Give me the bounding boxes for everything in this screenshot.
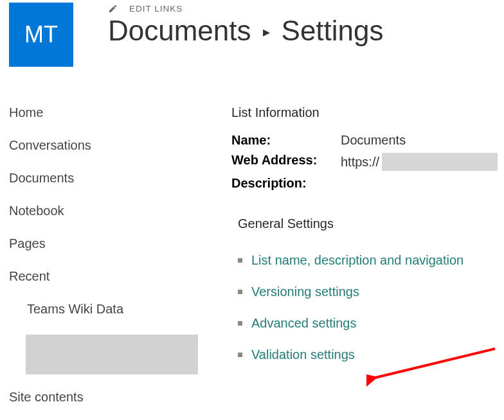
- name-label: Name:: [231, 133, 341, 148]
- pencil-icon: [108, 4, 118, 13]
- setting-list-name: List name, description and navigation: [231, 253, 504, 268]
- nav-recent[interactable]: Recent: [9, 269, 231, 284]
- info-row-web-address: Web Address: https://: [231, 153, 504, 171]
- bullet-icon: [238, 353, 242, 357]
- breadcrumb: Documents ▸ Settings: [108, 15, 504, 47]
- web-address-redacted: [382, 153, 498, 171]
- main-content: List Information Name: Documents Web Add…: [231, 105, 504, 420]
- nav-pages[interactable]: Pages: [9, 236, 231, 251]
- nav-redacted-item: [26, 335, 198, 374]
- name-value: Documents: [341, 133, 406, 148]
- link-list-name[interactable]: List name, description and navigation: [251, 253, 464, 268]
- link-advanced[interactable]: Advanced settings: [251, 316, 356, 331]
- web-address-text: https://: [341, 155, 379, 170]
- nav-home[interactable]: Home: [9, 105, 231, 120]
- setting-versioning: Versioning settings: [231, 284, 504, 299]
- description-label: Description:: [231, 176, 341, 191]
- left-nav: Home Conversations Documents Notebook Pa…: [0, 105, 231, 420]
- bullet-icon: [238, 321, 242, 326]
- setting-advanced: Advanced settings: [231, 316, 504, 331]
- general-settings-title: General Settings: [238, 216, 504, 231]
- header-right: EDIT LINKS Documents ▸ Settings: [108, 3, 504, 47]
- nav-notebook[interactable]: Notebook: [9, 204, 231, 218]
- chevron-right-icon: ▸: [263, 24, 270, 40]
- link-validation[interactable]: Validation settings: [251, 347, 355, 362]
- nav-documents[interactable]: Documents: [9, 171, 231, 186]
- site-tile[interactable]: MT: [9, 3, 73, 67]
- nav-conversations[interactable]: Conversations: [9, 138, 231, 153]
- list-information-title: List Information: [231, 105, 504, 120]
- edit-links-button[interactable]: EDIT LINKS: [108, 4, 504, 13]
- setting-validation: Validation settings: [231, 347, 504, 362]
- info-row-description: Description:: [231, 176, 504, 191]
- bullet-icon: [238, 258, 242, 263]
- web-address-value: https://: [341, 153, 498, 171]
- nav-site-contents[interactable]: Site contents: [9, 390, 231, 405]
- edit-links-label: EDIT LINKS: [129, 4, 183, 13]
- info-row-name: Name: Documents: [231, 133, 504, 148]
- web-address-label: Web Address:: [231, 153, 341, 171]
- nav-teams-wiki-data[interactable]: Teams Wiki Data: [9, 302, 231, 317]
- header: MT EDIT LINKS Documents ▸ Settings: [0, 0, 504, 67]
- link-versioning[interactable]: Versioning settings: [251, 284, 359, 299]
- breadcrumb-settings: Settings: [282, 15, 384, 47]
- bullet-icon: [238, 290, 242, 294]
- body: Home Conversations Documents Notebook Pa…: [0, 105, 504, 420]
- breadcrumb-documents[interactable]: Documents: [108, 15, 251, 47]
